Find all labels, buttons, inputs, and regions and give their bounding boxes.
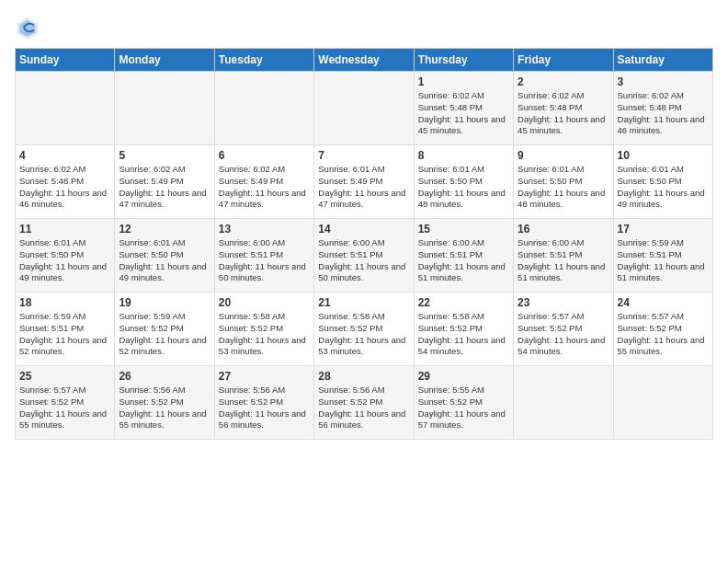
calendar-cell: 20Sunrise: 5:58 AM Sunset: 5:52 PM Dayli…	[214, 293, 313, 366]
day-info: Sunrise: 6:02 AM Sunset: 5:48 PM Dayligh…	[418, 90, 509, 137]
calendar-cell: 6Sunrise: 6:02 AM Sunset: 5:49 PM Daylig…	[214, 145, 313, 219]
calendar-cell: 13Sunrise: 6:00 AM Sunset: 5:51 PM Dayli…	[214, 219, 313, 293]
day-number: 25	[19, 370, 110, 383]
day-info: Sunrise: 5:56 AM Sunset: 5:52 PM Dayligh…	[219, 385, 310, 431]
calendar-cell: 21Sunrise: 5:58 AM Sunset: 5:52 PM Dayli…	[314, 293, 414, 366]
day-info: Sunrise: 6:01 AM Sunset: 5:50 PM Dayligh…	[19, 237, 110, 284]
day-info: Sunrise: 5:59 AM Sunset: 5:52 PM Dayligh…	[119, 311, 210, 358]
header-saturday: Saturday	[613, 49, 712, 72]
day-info: Sunrise: 6:01 AM Sunset: 5:49 PM Dayligh…	[318, 164, 409, 211]
calendar-cell: 29Sunrise: 5:55 AM Sunset: 5:52 PM Dayli…	[414, 366, 513, 440]
calendar-cell: 10Sunrise: 6:01 AM Sunset: 5:50 PM Dayli…	[613, 145, 712, 219]
day-number: 18	[19, 296, 110, 309]
day-info: Sunrise: 5:56 AM Sunset: 5:52 PM Dayligh…	[318, 385, 409, 431]
calendar-cell: 18Sunrise: 5:59 AM Sunset: 5:51 PM Dayli…	[16, 293, 115, 366]
day-number: 4	[19, 149, 110, 162]
calendar-cell: 17Sunrise: 5:59 AM Sunset: 5:51 PM Dayli…	[613, 219, 712, 293]
calendar-cell: 19Sunrise: 5:59 AM Sunset: 5:52 PM Dayli…	[115, 293, 214, 366]
day-info: Sunrise: 6:00 AM Sunset: 5:51 PM Dayligh…	[219, 237, 310, 284]
day-number: 21	[318, 296, 409, 309]
day-number: 24	[618, 296, 709, 309]
day-number: 29	[418, 370, 509, 383]
day-number: 27	[219, 370, 310, 383]
calendar-cell: 5Sunrise: 6:02 AM Sunset: 5:49 PM Daylig…	[115, 145, 214, 219]
day-info: Sunrise: 6:02 AM Sunset: 5:48 PM Dayligh…	[19, 164, 110, 211]
day-info: Sunrise: 5:58 AM Sunset: 5:52 PM Dayligh…	[219, 311, 310, 358]
header-monday: Monday	[115, 49, 214, 72]
day-number: 8	[418, 149, 509, 162]
week-row-3: 18Sunrise: 5:59 AM Sunset: 5:51 PM Dayli…	[16, 293, 713, 366]
day-number: 19	[119, 296, 210, 309]
day-number: 7	[318, 149, 409, 162]
day-number: 17	[618, 223, 709, 236]
calendar-cell: 9Sunrise: 6:01 AM Sunset: 5:50 PM Daylig…	[514, 145, 613, 219]
day-info: Sunrise: 5:58 AM Sunset: 5:52 PM Dayligh…	[418, 311, 509, 358]
calendar-cell: 23Sunrise: 5:57 AM Sunset: 5:52 PM Dayli…	[514, 293, 613, 366]
day-info: Sunrise: 6:02 AM Sunset: 5:48 PM Dayligh…	[618, 90, 709, 137]
day-number: 15	[418, 223, 509, 236]
day-number: 26	[119, 370, 210, 383]
calendar-header-row: SundayMondayTuesdayWednesdayThursdayFrid…	[16, 49, 713, 72]
calendar-cell: 22Sunrise: 5:58 AM Sunset: 5:52 PM Dayli…	[414, 293, 513, 366]
calendar-cell: 15Sunrise: 6:00 AM Sunset: 5:51 PM Dayli…	[414, 219, 513, 293]
day-number: 14	[318, 223, 409, 236]
day-info: Sunrise: 6:01 AM Sunset: 5:50 PM Dayligh…	[119, 237, 210, 284]
day-number: 3	[618, 75, 709, 88]
day-info: Sunrise: 6:00 AM Sunset: 5:51 PM Dayligh…	[518, 237, 609, 284]
day-info: Sunrise: 6:02 AM Sunset: 5:49 PM Dayligh…	[119, 164, 210, 211]
calendar-cell	[613, 366, 712, 440]
calendar-cell	[115, 72, 214, 145]
day-number: 2	[518, 75, 609, 88]
day-number: 6	[219, 149, 310, 162]
calendar-cell: 16Sunrise: 6:00 AM Sunset: 5:51 PM Dayli…	[514, 219, 613, 293]
day-info: Sunrise: 6:02 AM Sunset: 5:48 PM Dayligh…	[518, 90, 609, 137]
day-number: 13	[219, 223, 310, 236]
header-wednesday: Wednesday	[314, 49, 414, 72]
calendar-cell: 28Sunrise: 5:56 AM Sunset: 5:52 PM Dayli…	[314, 366, 414, 440]
calendar-cell: 14Sunrise: 6:00 AM Sunset: 5:51 PM Dayli…	[314, 219, 414, 293]
week-row-1: 4Sunrise: 6:02 AM Sunset: 5:48 PM Daylig…	[16, 145, 713, 219]
day-info: Sunrise: 6:00 AM Sunset: 5:51 PM Dayligh…	[418, 237, 509, 284]
day-info: Sunrise: 5:55 AM Sunset: 5:52 PM Dayligh…	[418, 385, 509, 431]
day-number: 28	[318, 370, 409, 383]
calendar-cell: 24Sunrise: 5:57 AM Sunset: 5:52 PM Dayli…	[613, 293, 712, 366]
day-info: Sunrise: 5:57 AM Sunset: 5:52 PM Dayligh…	[19, 385, 110, 431]
day-info: Sunrise: 5:59 AM Sunset: 5:51 PM Dayligh…	[19, 311, 110, 358]
day-number: 16	[518, 223, 609, 236]
calendar-cell	[16, 72, 115, 145]
logo	[15, 15, 44, 40]
calendar-cell: 2Sunrise: 6:02 AM Sunset: 5:48 PM Daylig…	[514, 72, 613, 145]
header-tuesday: Tuesday	[214, 49, 313, 72]
day-number: 1	[418, 75, 509, 88]
day-number: 20	[219, 296, 310, 309]
calendar-cell	[514, 366, 613, 440]
day-info: Sunrise: 6:01 AM Sunset: 5:50 PM Dayligh…	[518, 164, 609, 211]
header-thursday: Thursday	[414, 49, 513, 72]
day-number: 11	[19, 223, 110, 236]
header-sunday: Sunday	[16, 49, 115, 72]
day-number: 9	[518, 149, 609, 162]
calendar-cell	[314, 72, 414, 145]
calendar-cell: 12Sunrise: 6:01 AM Sunset: 5:50 PM Dayli…	[115, 219, 214, 293]
calendar-cell: 3Sunrise: 6:02 AM Sunset: 5:48 PM Daylig…	[613, 72, 712, 145]
header	[15, 15, 713, 40]
day-number: 23	[518, 296, 609, 309]
day-number: 10	[618, 149, 709, 162]
calendar-cell: 8Sunrise: 6:01 AM Sunset: 5:50 PM Daylig…	[414, 145, 513, 219]
calendar-cell: 27Sunrise: 5:56 AM Sunset: 5:52 PM Dayli…	[214, 366, 313, 440]
day-info: Sunrise: 5:57 AM Sunset: 5:52 PM Dayligh…	[518, 311, 609, 358]
day-info: Sunrise: 6:00 AM Sunset: 5:51 PM Dayligh…	[318, 237, 409, 284]
day-number: 5	[119, 149, 210, 162]
day-info: Sunrise: 6:02 AM Sunset: 5:49 PM Dayligh…	[219, 164, 310, 211]
calendar-cell: 1Sunrise: 6:02 AM Sunset: 5:48 PM Daylig…	[414, 72, 513, 145]
day-info: Sunrise: 5:57 AM Sunset: 5:52 PM Dayligh…	[618, 311, 709, 358]
calendar-cell	[214, 72, 313, 145]
day-info: Sunrise: 6:01 AM Sunset: 5:50 PM Dayligh…	[618, 164, 709, 211]
week-row-2: 11Sunrise: 6:01 AM Sunset: 5:50 PM Dayli…	[16, 219, 713, 293]
day-info: Sunrise: 6:01 AM Sunset: 5:50 PM Dayligh…	[418, 164, 509, 211]
day-info: Sunrise: 5:59 AM Sunset: 5:51 PM Dayligh…	[618, 237, 709, 284]
day-info: Sunrise: 5:58 AM Sunset: 5:52 PM Dayligh…	[318, 311, 409, 358]
logo-icon	[15, 15, 40, 40]
header-friday: Friday	[514, 49, 613, 72]
day-number: 22	[418, 296, 509, 309]
